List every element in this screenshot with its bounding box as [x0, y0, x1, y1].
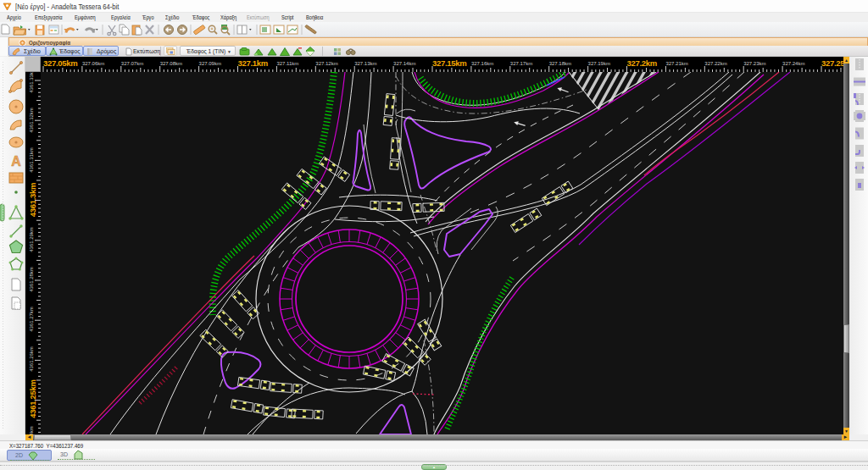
svg-text:327.13km: 327.13km: [354, 61, 376, 66]
svg-text:4361.24km: 4361.24km: [29, 426, 34, 434]
svg-text:4361.25km: 4361.25km: [28, 379, 37, 417]
svg-text:327.16km: 327.16km: [471, 61, 493, 66]
svg-text:4361.27km: 4361.27km: [29, 307, 34, 332]
svg-text:327.2km: 327.2km: [627, 58, 657, 68]
svg-text:4361.33km: 4361.33km: [29, 72, 34, 93]
svg-text:327.22km: 327.22km: [704, 61, 726, 66]
svg-text:327.15km: 327.15km: [432, 58, 466, 68]
svg-text:327.07km: 327.07km: [121, 61, 143, 66]
svg-text:327.06km: 327.06km: [82, 61, 104, 66]
svg-text:327.17km: 327.17km: [510, 61, 532, 66]
svg-text:4361.3km: 4361.3km: [28, 183, 37, 217]
svg-text:327.09km: 327.09km: [199, 61, 221, 66]
svg-text:A: A: [11, 154, 21, 169]
svg-text:327.14km: 327.14km: [393, 61, 415, 66]
svg-text:327.18km: 327.18km: [549, 61, 571, 66]
svg-text:327.23km: 327.23km: [743, 61, 765, 66]
svg-text:327.19km: 327.19km: [588, 61, 610, 66]
svg-text:327.24km: 327.24km: [782, 61, 804, 66]
svg-text:327.1km: 327.1km: [238, 58, 268, 68]
svg-text:4361.28km: 4361.28km: [29, 267, 34, 292]
svg-text:327.08km: 327.08km: [160, 61, 182, 66]
svg-text:4361.32km: 4361.32km: [29, 108, 34, 133]
svg-text:327.12km: 327.12km: [315, 61, 337, 66]
svg-text:4361.31km: 4361.31km: [29, 147, 34, 173]
svg-text:327.05km: 327.05km: [43, 58, 77, 68]
svg-text:4361.29km: 4361.29km: [29, 227, 34, 252]
svg-text:327.25km: 327.25km: [821, 58, 843, 68]
svg-text:327.11km: 327.11km: [276, 61, 298, 66]
svg-text:4361.26km: 4361.26km: [29, 346, 34, 372]
svg-text:327.21km: 327.21km: [665, 61, 687, 66]
